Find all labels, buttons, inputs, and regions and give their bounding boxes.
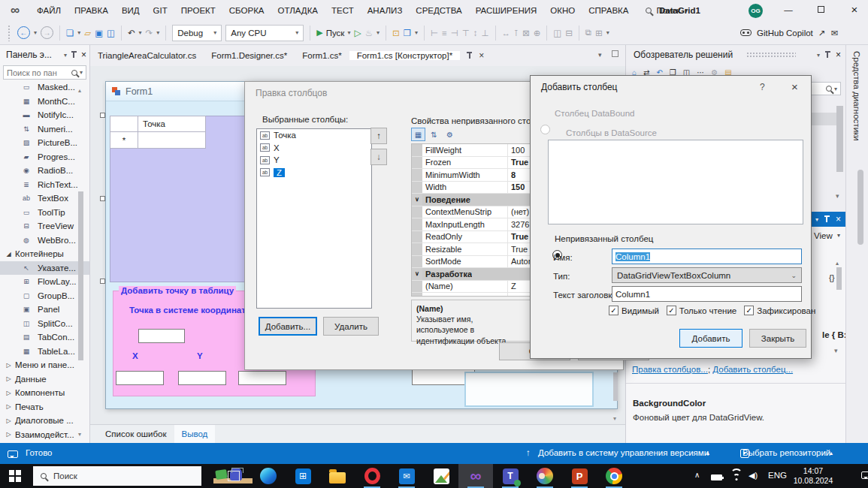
menu-item[interactable]: ОКНО: [543, 6, 582, 15]
toolbar-icon[interactable]: ⊣: [451, 28, 458, 38]
property-row[interactable]: FillWeight 100: [412, 144, 530, 157]
z-textbox[interactable]: [238, 371, 286, 385]
diagnostics-side-tab[interactable]: Средства диагностики: [845, 45, 868, 443]
toolbar-icon[interactable]: ≡: [442, 29, 447, 38]
column-list-item[interactable]: ab Y: [257, 154, 371, 167]
move-down-button[interactable]: ↓: [370, 149, 387, 165]
property-row[interactable]: ∨ Разработка: [412, 268, 530, 281]
checkbox-field[interactable]: ✓ Видимый: [609, 306, 659, 315]
menu-item[interactable]: ОТЛАДКА: [271, 6, 325, 15]
add-button[interactable]: Добавить: [679, 329, 742, 348]
copilot-label[interactable]: GitHub Copilot: [757, 29, 813, 38]
feedback-icon[interactable]: ✉: [830, 28, 838, 38]
menu-item[interactable]: ПРОЕКТ: [174, 6, 222, 15]
toolbox-item[interactable]: ▭ Masked...: [0, 80, 89, 95]
add-column-button[interactable]: Добавить...: [259, 317, 317, 336]
toolbar-icon[interactable]: ⊢: [431, 28, 438, 38]
selection-handle[interactable]: [100, 196, 105, 201]
property-row[interactable]: Resizable True: [412, 243, 530, 256]
move-up-button[interactable]: ↑: [370, 128, 387, 144]
property-grid-tool-icon[interactable]: ⚙: [443, 128, 457, 141]
feedback-bubble-icon[interactable]: [8, 450, 18, 458]
taskbar-app-button[interactable]: ✉: [389, 464, 424, 488]
toolbar-icon[interactable]: ▾: [77, 29, 80, 36]
minimize-button[interactable]: —: [776, 5, 801, 14]
solution-scrollbar[interactable]: [836, 106, 843, 172]
toolbox-item[interactable]: ▤ TabCon...: [0, 330, 89, 345]
document-tab[interactable]: Form1.cs*: [295, 51, 349, 60]
chevron-down-icon[interactable]: ▾: [64, 52, 67, 59]
run-without-debug-icon[interactable]: ▷: [354, 28, 361, 38]
document-tab[interactable]: Form1.cs [Конструктор]*: [349, 51, 461, 60]
taskbar-app-button[interactable]: T: [493, 464, 528, 488]
toolbar-icon[interactable]: ←: [17, 26, 30, 39]
property-grid-tool-icon[interactable]: ▦: [411, 128, 425, 141]
add-column-link[interactable]: Добавить столбец...: [712, 365, 793, 374]
column-list-item[interactable]: ab Z: [257, 167, 371, 179]
taskbar-app-button[interactable]: [597, 464, 631, 488]
property-row[interactable]: MaxInputLength 32767: [412, 218, 530, 231]
clock-time[interactable]: 14:07: [794, 466, 833, 475]
toolbar-icon[interactable]: [386, 26, 386, 41]
toolbox-item[interactable]: ab TextBox: [0, 191, 89, 206]
type-combobox[interactable]: DataGridViewTextBoxColumn ⌄: [612, 267, 802, 283]
tool-window-tab[interactable]: Вывод: [174, 425, 216, 444]
chevron-down-icon[interactable]: ▾: [817, 52, 820, 59]
form-panel[interactable]: [464, 372, 594, 407]
property-row[interactable]: MinimumWidth 8: [412, 169, 530, 182]
columns-listbox[interactable]: ab Точка ab X ab Y ab Z: [256, 128, 372, 309]
toolbar-icon[interactable]: ◫: [553, 28, 561, 38]
toolbar-icon[interactable]: ◫: [107, 28, 115, 38]
menu-item[interactable]: РАСШИРЕНИЯ: [469, 6, 544, 15]
toolbox-item[interactable]: ▦ MonthC...: [0, 95, 89, 109]
property-row[interactable]: ReadOnly True: [412, 231, 530, 244]
toolbar-icon[interactable]: [165, 26, 166, 41]
close-icon[interactable]: ×: [479, 50, 484, 61]
battery-icon[interactable]: [711, 474, 722, 480]
toolbox-item[interactable]: ▷ Меню и пане...: [0, 358, 89, 372]
property-row[interactable]: ∨ Поведение: [412, 194, 530, 206]
toolbox-item[interactable]: ▭ ToolTip: [0, 206, 89, 220]
menu-item[interactable]: АНАЛИЗ: [361, 6, 410, 15]
toolbar-icon[interactable]: ❐: [404, 28, 411, 38]
toolbar-icon[interactable]: [59, 26, 60, 41]
close-icon[interactable]: ×: [836, 214, 841, 224]
toolbar-icon[interactable]: ⊠: [522, 28, 530, 38]
selection-handle[interactable]: [100, 113, 105, 118]
toolbar-icon[interactable]: ▣: [95, 28, 103, 38]
close-icon[interactable]: ×: [791, 80, 798, 93]
action-center-icon[interactable]: [861, 471, 868, 479]
selection-handle[interactable]: [100, 279, 105, 284]
close-button[interactable]: Закрыть: [749, 329, 806, 348]
taskbar-app-button[interactable]: [424, 464, 458, 488]
datasource-listbox[interactable]: [548, 140, 803, 224]
designer-scrollbar[interactable]: [613, 372, 618, 401]
toolbar-icon[interactable]: ▾: [34, 29, 37, 36]
toolbar-icon[interactable]: ⧉: [585, 28, 591, 38]
scroll-down-icon[interactable]: ▾: [78, 431, 81, 438]
side-scrollbar[interactable]: [857, 170, 863, 245]
taskbar-app-button[interactable]: [320, 464, 355, 488]
close-icon[interactable]: ×: [81, 50, 86, 60]
toolbox-item[interactable]: ▢ GroupB...: [0, 289, 89, 303]
scroll-up-icon[interactable]: ▴: [78, 87, 81, 94]
toolbar-icon[interactable]: ▾: [156, 29, 159, 36]
menu-item[interactable]: ВИД: [115, 6, 147, 15]
toolbar-icon[interactable]: ▱: [84, 28, 91, 38]
help-icon[interactable]: ?: [760, 82, 765, 92]
point-name-textbox[interactable]: [138, 329, 185, 343]
menu-item[interactable]: СБОРКА: [222, 6, 271, 15]
github-copilot-icon[interactable]: [740, 29, 752, 36]
column-list-item[interactable]: ab Точка: [257, 129, 371, 142]
close-button[interactable]: ×: [842, 3, 867, 16]
taskbar-app-button[interactable]: ⊞: [286, 464, 320, 488]
grid-new-row-header[interactable]: *: [110, 131, 138, 149]
toolbox-item[interactable]: ◫ SplitCo...: [0, 317, 89, 331]
toolbox-item[interactable]: ▷ Печать: [0, 400, 89, 414]
taskbar-app-button[interactable]: [251, 464, 286, 488]
taskbar-app-button[interactable]: P: [562, 464, 597, 488]
toolbar-icon[interactable]: [424, 26, 425, 41]
property-row[interactable]: (Name) Z: [412, 281, 530, 294]
toolbox-item[interactable]: ◍ WebBro...: [0, 233, 89, 248]
checkbox-field[interactable]: ✓ Только чтение: [667, 306, 736, 315]
